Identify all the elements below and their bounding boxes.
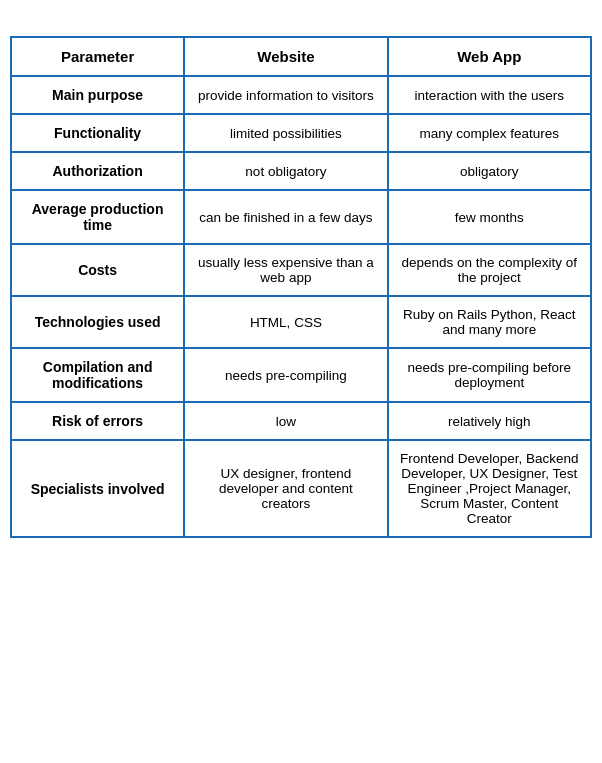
param-cell: Costs xyxy=(11,244,184,296)
webapp-cell: Frontend Developer, Backend Developer, U… xyxy=(388,440,591,537)
website-cell: not obligatory xyxy=(184,152,387,190)
website-cell: usually less expensive than a web app xyxy=(184,244,387,296)
table-row: Main purposeprovide information to visit… xyxy=(11,76,591,114)
table-row: Technologies usedHTML, CSSRuby on Rails … xyxy=(11,296,591,348)
webapp-cell: interaction with the users xyxy=(388,76,591,114)
comparison-table: Parameter Website Web App Main purposepr… xyxy=(10,36,592,538)
table-row: Costsusually less expensive than a web a… xyxy=(11,244,591,296)
param-cell: Specialists involved xyxy=(11,440,184,537)
table-row: Authorizationnot obligatoryobligatory xyxy=(11,152,591,190)
table-row: Risk of errorslowrelatively high xyxy=(11,402,591,440)
webapp-cell: relatively high xyxy=(388,402,591,440)
website-cell: can be finished in a few days xyxy=(184,190,387,244)
website-cell: UX designer, frontend developer and cont… xyxy=(184,440,387,537)
table-row: Specialists involvedUX designer, fronten… xyxy=(11,440,591,537)
param-cell: Main purpose xyxy=(11,76,184,114)
webapp-cell: obligatory xyxy=(388,152,591,190)
website-cell: needs pre-compiling xyxy=(184,348,387,402)
website-cell: low xyxy=(184,402,387,440)
param-cell: Risk of errors xyxy=(11,402,184,440)
table-row: Functionalitylimited possibilitiesmany c… xyxy=(11,114,591,152)
table-header-row: Parameter Website Web App xyxy=(11,37,591,76)
table-row: Compilation and modificationsneeds pre-c… xyxy=(11,348,591,402)
col-header-parameter: Parameter xyxy=(11,37,184,76)
webapp-cell: Ruby on Rails Python, React and many mor… xyxy=(388,296,591,348)
col-header-webapp: Web App xyxy=(388,37,591,76)
webapp-cell: few months xyxy=(388,190,591,244)
param-cell: Authorization xyxy=(11,152,184,190)
table-row: Average production timecan be finished i… xyxy=(11,190,591,244)
col-header-website: Website xyxy=(184,37,387,76)
website-cell: provide information to visitors xyxy=(184,76,387,114)
param-cell: Compilation and modifications xyxy=(11,348,184,402)
website-cell: HTML, CSS xyxy=(184,296,387,348)
param-cell: Average production time xyxy=(11,190,184,244)
webapp-cell: many complex features xyxy=(388,114,591,152)
website-cell: limited possibilities xyxy=(184,114,387,152)
param-cell: Functionality xyxy=(11,114,184,152)
param-cell: Technologies used xyxy=(11,296,184,348)
webapp-cell: depends on the complexity of the project xyxy=(388,244,591,296)
webapp-cell: needs pre-compiling before deployment xyxy=(388,348,591,402)
